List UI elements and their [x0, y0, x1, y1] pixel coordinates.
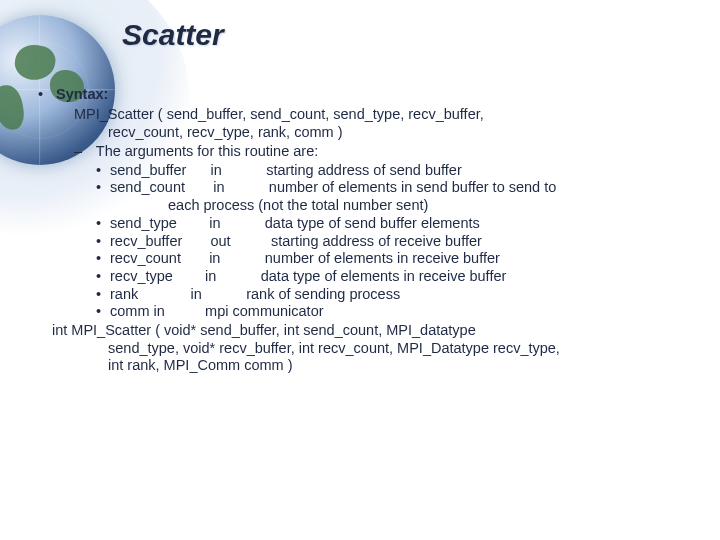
- slide-body: • Syntax: MPI_Scatter ( send_buffer, sen…: [38, 86, 690, 375]
- call-signature-line2: recv_count, recv_type, rank, comm ): [108, 124, 690, 142]
- arg-desc: rank of sending process: [246, 286, 400, 302]
- arg-name: send_type: [110, 215, 177, 231]
- bullet-icon: •: [96, 303, 110, 321]
- arg-dir: in: [209, 250, 220, 266]
- c-prototype-line3: int rank, MPI_Comm comm ): [108, 357, 690, 375]
- syntax-heading: • Syntax:: [38, 86, 690, 104]
- arg-name: rank: [110, 286, 138, 302]
- arg-desc: number of elements in receive buffer: [265, 250, 500, 266]
- syntax-label: Syntax:: [56, 86, 108, 102]
- arg-name: send_buffer: [110, 162, 186, 178]
- arg-dir: in: [211, 162, 222, 178]
- arg-name: recv_buffer: [110, 233, 182, 249]
- arg-name: recv_count: [110, 250, 181, 266]
- slide: Scatter • Syntax: MPI_Scatter ( send_buf…: [0, 0, 720, 540]
- arg-desc: starting address of receive buffer: [271, 233, 482, 249]
- arguments-intro: – The arguments for this routine are:: [74, 143, 690, 161]
- arg-name: send_count: [110, 179, 185, 195]
- bullet-icon: •: [96, 286, 110, 304]
- bullet-icon: •: [96, 179, 110, 197]
- slide-title: Scatter: [122, 18, 690, 52]
- arg-desc: number of elements in send buffer to sen…: [269, 179, 557, 195]
- arg-name: recv_type: [110, 268, 173, 284]
- bullet-icon: •: [96, 162, 110, 180]
- bullet-icon: •: [96, 215, 110, 233]
- bullet-icon: •: [38, 86, 52, 104]
- arg-desc: starting address of send buffer: [266, 162, 462, 178]
- bullet-icon: •: [96, 233, 110, 251]
- arg-row: •send_buffer in starting address of send…: [96, 162, 690, 180]
- arg-row: •recv_type in data type of elements in r…: [96, 268, 690, 286]
- c-prototype-line1: int MPI_Scatter ( void* send_buffer, int…: [52, 322, 690, 340]
- arg-row: •recv_count in number of elements in rec…: [96, 250, 690, 268]
- arg-row: •send_type in data type of send buffer e…: [96, 215, 690, 233]
- arg-name: comm in: [110, 303, 165, 319]
- arg-desc: data type of send buffer elements: [265, 215, 480, 231]
- bullet-icon: •: [96, 250, 110, 268]
- arg-row-continuation: each process (not the total number sent): [168, 197, 690, 215]
- arg-dir: in: [209, 215, 220, 231]
- arg-row: •send_count in number of elements in sen…: [96, 179, 690, 197]
- arg-row: •comm in mpi communicator: [96, 303, 690, 321]
- dash-icon: –: [74, 143, 92, 161]
- arguments-list: •send_buffer in starting address of send…: [96, 162, 690, 321]
- call-signature-line1: MPI_Scatter ( send_buffer, send_count, s…: [74, 106, 690, 124]
- arg-desc: data type of elements in receive buffer: [261, 268, 507, 284]
- arg-row: •recv_buffer out starting address of rec…: [96, 233, 690, 251]
- arg-dir: out: [210, 233, 230, 249]
- arg-desc: mpi communicator: [205, 303, 323, 319]
- arguments-intro-text: The arguments for this routine are:: [96, 143, 318, 159]
- arg-dir: in: [191, 286, 202, 302]
- arg-dir: in: [205, 268, 216, 284]
- arg-dir: in: [213, 179, 224, 195]
- arg-row: •rank in rank of sending process: [96, 286, 690, 304]
- bullet-icon: •: [96, 268, 110, 286]
- c-prototype-line2: send_type, void* recv_buffer, int recv_c…: [108, 340, 690, 358]
